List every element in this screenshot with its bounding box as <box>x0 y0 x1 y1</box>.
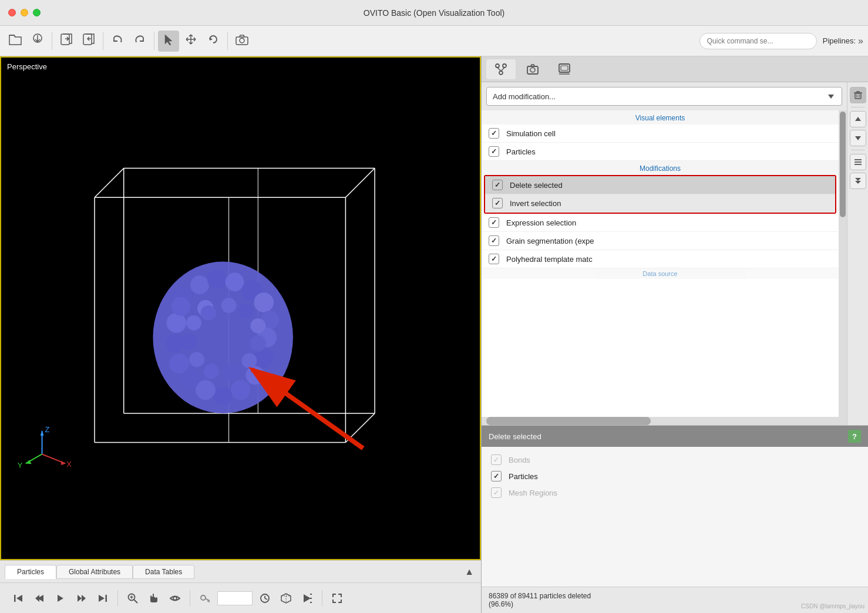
move-tool-button[interactable] <box>180 31 201 52</box>
tab-overlays[interactable] <box>550 59 579 79</box>
undo-button[interactable] <box>107 31 128 52</box>
move-down-button[interactable] <box>850 130 866 146</box>
playback-bar: 0 <box>0 582 481 613</box>
expand-button[interactable] <box>328 590 346 607</box>
label-expression-selection: Expression selection <box>506 218 576 227</box>
tab-scroll-up-icon[interactable]: ▲ <box>462 567 476 577</box>
zoom-button[interactable] <box>124 590 142 607</box>
check-invert-selection[interactable] <box>492 198 503 208</box>
check-mesh-regions[interactable] <box>491 487 502 498</box>
list-item-particles[interactable]: Particles <box>482 143 839 161</box>
eye-button[interactable] <box>166 590 184 607</box>
svg-marker-63 <box>35 595 39 602</box>
tab-pipeline[interactable] <box>486 59 516 79</box>
select-tool-button[interactable] <box>158 31 179 52</box>
camera-button[interactable] <box>231 31 253 52</box>
panel-tabs <box>482 56 868 82</box>
label-polyhedral-template: Polyhedral template matc <box>506 255 593 264</box>
viewport-3d[interactable]: Perspective <box>0 56 481 560</box>
skip-end-button[interactable] <box>94 590 112 607</box>
download-button[interactable] <box>27 31 48 52</box>
svg-point-30 <box>214 386 233 405</box>
svg-marker-103 <box>855 136 861 140</box>
svg-rect-95 <box>561 66 568 70</box>
svg-point-44 <box>204 363 219 379</box>
rotate-tool-button[interactable] <box>203 31 224 52</box>
list-item-delete-selected[interactable]: Delete selected <box>485 176 835 194</box>
list-hscroll[interactable] <box>482 417 847 425</box>
check-grain-segmentation[interactable] <box>489 235 499 246</box>
svg-text:Z: Z <box>45 425 50 434</box>
trash-icon <box>853 90 863 100</box>
reorder-button[interactable] <box>850 154 866 170</box>
pipelines-expand-icon[interactable]: » <box>858 36 863 46</box>
frame-input[interactable]: 0 <box>217 591 253 605</box>
list-item-invert-selection[interactable]: Invert selection <box>485 194 835 213</box>
check-particles[interactable] <box>489 146 499 157</box>
check-expression-selection[interactable] <box>489 217 499 228</box>
bottom-item-mesh-regions[interactable]: Mesh Regions <box>482 484 868 501</box>
sep-dots-1 <box>852 107 864 107</box>
label-bonds: Bonds <box>509 456 530 464</box>
box3d-button[interactable] <box>277 590 295 607</box>
camera-icon <box>235 33 249 49</box>
bottom-item-particles-ds[interactable]: Particles <box>482 468 868 484</box>
close-button[interactable] <box>8 9 16 16</box>
delete-selected-header: Delete selected ? <box>482 426 868 447</box>
menu-icon <box>853 158 863 166</box>
open-folder-button[interactable] <box>5 31 26 52</box>
move-up-button[interactable] <box>850 111 866 127</box>
step-back-button[interactable] <box>31 590 48 607</box>
skip-start-button[interactable] <box>9 590 27 607</box>
delete-button[interactable] <box>850 87 866 103</box>
key-button[interactable] <box>196 590 214 607</box>
import-icon <box>82 33 95 49</box>
check-polyhedral-template[interactable] <box>489 254 499 264</box>
play-button[interactable] <box>52 590 69 607</box>
help-button[interactable]: ? <box>848 430 861 443</box>
run-button[interactable] <box>298 590 316 607</box>
minimize-button[interactable] <box>21 9 28 16</box>
label-delete-selected: Delete selected <box>510 181 563 190</box>
section-modifications: Modifications <box>482 161 839 175</box>
status-text: 86389 of 89411 particles deleted <box>489 592 591 600</box>
bottom-item-bonds[interactable]: Bonds <box>482 452 868 468</box>
svg-point-46 <box>181 334 197 351</box>
pan-button[interactable] <box>145 590 163 607</box>
collapse-button[interactable] <box>850 173 866 189</box>
clock-button[interactable] <box>256 590 274 607</box>
search-input[interactable] <box>699 33 817 49</box>
step-forward-button[interactable] <box>73 590 90 607</box>
tab-render[interactable] <box>518 59 547 79</box>
svg-marker-61 <box>16 595 22 602</box>
svg-marker-64 <box>58 595 63 602</box>
export-button[interactable] <box>56 31 77 52</box>
pipeline-scrollbar[interactable] <box>839 110 847 417</box>
titlebar: OVITO Basic (Open Visualization Tool) <box>0 0 868 26</box>
svg-marker-97 <box>828 95 834 99</box>
open-folder-icon <box>8 33 22 49</box>
tab-global-attributes[interactable]: Global Attributes <box>56 565 133 579</box>
list-item-grain-segmentation[interactable]: Grain segmentation (expe <box>482 232 839 250</box>
check-delete-selected[interactable] <box>492 180 503 190</box>
list-item-polyhedral-template[interactable]: Polyhedral template matc <box>482 250 839 268</box>
list-item-expression-selection[interactable]: Expression selection <box>482 214 839 232</box>
svg-marker-66 <box>82 595 86 602</box>
redo-button[interactable] <box>129 31 150 52</box>
add-modification-dropdown[interactable]: Add modification... <box>486 87 842 106</box>
import-button[interactable] <box>78 31 99 52</box>
pipelines-label: Pipelines: » <box>823 36 863 46</box>
svg-line-50 <box>252 369 363 448</box>
check-particles-ds[interactable] <box>491 471 502 481</box>
move-icon <box>184 33 197 49</box>
check-simulation-cell[interactable] <box>489 128 499 139</box>
tab-particles[interactable]: Particles <box>5 565 56 579</box>
label-mesh-regions: Mesh Regions <box>509 489 557 497</box>
playback-sep-1 <box>117 590 118 607</box>
main-area: Perspective <box>0 56 868 613</box>
check-bonds[interactable] <box>491 454 502 465</box>
maximize-button[interactable] <box>33 9 41 16</box>
svg-line-80 <box>265 598 267 599</box>
list-item-simulation-cell[interactable]: Simulation cell <box>482 124 839 143</box>
tab-data-tables[interactable]: Data Tables <box>133 565 194 579</box>
